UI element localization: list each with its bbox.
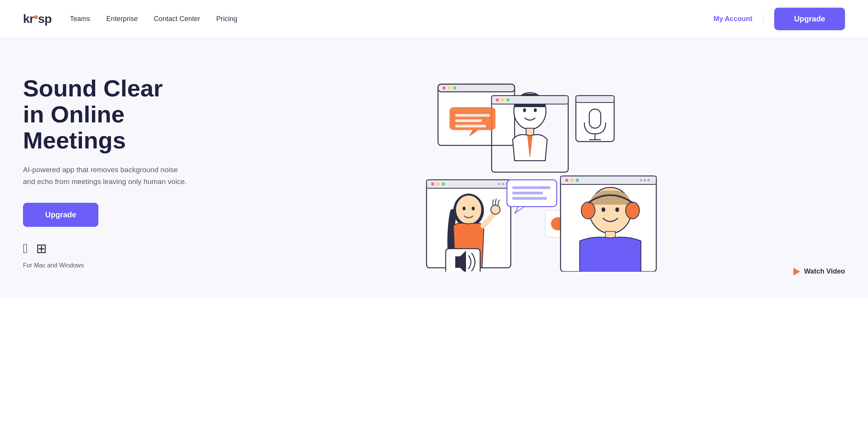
- svg-point-26: [436, 182, 440, 186]
- svg-point-33: [463, 207, 466, 210]
- nav-item-enterprise[interactable]: Enterprise: [106, 15, 138, 23]
- svg-point-4: [453, 86, 456, 90]
- hero-title: Sound Clear in Online Meetings: [23, 75, 230, 154]
- my-account-link[interactable]: My Account: [714, 15, 763, 23]
- svg-rect-37: [512, 186, 551, 189]
- svg-point-50: [576, 179, 579, 182]
- svg-point-48: [565, 179, 568, 182]
- svg-point-7: [534, 108, 537, 112]
- svg-point-28: [498, 183, 500, 185]
- svg-point-55: [602, 207, 605, 212]
- header-left: krsp Teams Enterprise Contact Center Pri…: [23, 12, 237, 26]
- svg-point-3: [448, 86, 451, 90]
- site-header: krsp Teams Enterprise Contact Center Pri…: [0, 0, 868, 38]
- hero-svg: [415, 73, 660, 272]
- svg-point-34: [472, 207, 475, 210]
- logo[interactable]: krsp: [23, 12, 52, 26]
- header-right: My Account Upgrade: [714, 8, 845, 30]
- nav-item-teams[interactable]: Teams: [70, 15, 90, 23]
- apple-icon: : [23, 241, 28, 256]
- svg-point-13: [507, 98, 510, 101]
- svg-point-53: [647, 179, 650, 181]
- svg-point-2: [443, 86, 446, 90]
- hero-content: Sound Clear in Online Meetings AI-powere…: [23, 75, 230, 269]
- logo-text: krsp: [23, 12, 52, 26]
- svg-point-25: [431, 182, 434, 186]
- hero-section: Sound Clear in Online Meetings AI-powere…: [0, 38, 868, 298]
- svg-point-11: [496, 98, 499, 101]
- svg-rect-16: [455, 119, 482, 122]
- hero-subtitle: AI-powered app that removes background n…: [23, 164, 191, 187]
- nav-item-contact-center[interactable]: Contact Center: [154, 15, 200, 23]
- svg-point-52: [644, 179, 646, 181]
- nav-item-pricing[interactable]: Pricing: [216, 15, 237, 23]
- svg-rect-20: [589, 109, 601, 128]
- svg-rect-19: [576, 96, 614, 103]
- svg-rect-15: [455, 114, 490, 117]
- windows-icon: ⊞: [36, 241, 47, 256]
- svg-point-58: [626, 202, 639, 219]
- platform-icons:  ⊞: [23, 241, 230, 256]
- hero-illustration: Watch Video: [230, 65, 845, 279]
- play-icon: [793, 268, 800, 275]
- svg-point-27: [442, 182, 445, 186]
- svg-point-35: [491, 205, 500, 214]
- svg-point-56: [615, 207, 619, 212]
- main-nav: Teams Enterprise Contact Center Pricing: [70, 15, 237, 23]
- svg-point-12: [501, 98, 504, 101]
- svg-point-6: [523, 108, 526, 112]
- upgrade-button-hero[interactable]: Upgrade: [23, 203, 98, 227]
- platform-label: For Mac and Windows: [23, 262, 230, 269]
- svg-point-32: [456, 195, 482, 224]
- svg-rect-17: [455, 125, 486, 127]
- svg-point-57: [581, 202, 595, 219]
- watch-video-button[interactable]: Watch Video: [793, 267, 845, 275]
- watch-video-text: Watch Video: [804, 267, 845, 275]
- svg-point-49: [570, 179, 574, 182]
- upgrade-button-header[interactable]: Upgrade: [774, 8, 845, 30]
- logo-dot: [34, 15, 38, 19]
- svg-point-29: [502, 183, 504, 185]
- svg-rect-38: [512, 192, 543, 194]
- svg-rect-39: [512, 197, 547, 200]
- svg-point-51: [640, 179, 642, 181]
